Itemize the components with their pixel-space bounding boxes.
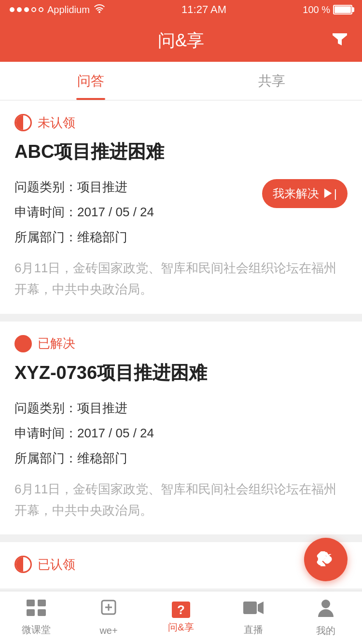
card-2-meta-val-1: 2017 / 05 / 24 (77, 426, 154, 440)
card-2-meta: 问题类别：项目推进 申请时间：2017 / 05 / 24 所属部门：维稳部门 (14, 395, 348, 471)
card-1-title: ABC项目推进困难 (14, 139, 348, 165)
card-1-meta: 问题类别：项目推进 申请时间：2017 / 05 / 24 所属部门：维稳部门 (14, 174, 262, 250)
tab-qa[interactable]: 问答 (0, 62, 181, 100)
card-2-title: XYZ-0736项目推进困难 (14, 360, 348, 386)
svg-rect-0 (27, 600, 35, 606)
card-1-meta-val-1: 2017 / 05 / 24 (77, 205, 154, 219)
card-2-meta-key-0: 问题类别： (14, 401, 77, 415)
card-3-status-icon (14, 556, 32, 573)
card-2-status-icon (14, 335, 32, 352)
battery-icon (333, 5, 352, 14)
carrier-label: Applidium (47, 4, 90, 15)
nav-live[interactable]: 直播 (217, 591, 290, 644)
svg-rect-1 (38, 600, 46, 606)
header-title: 问&享 (158, 29, 204, 53)
card-1-meta-time: 申请时间：2017 / 05 / 24 (14, 199, 262, 224)
tab-qa-label: 问答 (77, 72, 104, 90)
card-2-meta-key-2: 所属部门： (14, 451, 77, 465)
card-2-meta-time: 申请时间：2017 / 05 / 24 (14, 420, 348, 446)
nav-microcourse-label: 微课堂 (22, 623, 51, 636)
filter-button[interactable] (331, 30, 348, 51)
card-1-meta-key-1: 申请时间： (14, 205, 77, 219)
svg-rect-7 (243, 602, 257, 614)
svg-point-9 (321, 600, 330, 608)
card-1-meta-category: 问题类别：项目推进 (14, 174, 262, 199)
status-bar: Applidium 11:27 AM 100 % (0, 0, 362, 19)
content-area: 未认领 ABC项目推进困难 问题类别：项目推进 申请时间：2017 / 05 /… (0, 100, 362, 588)
tab-share[interactable]: 共享 (181, 62, 362, 100)
signal-dot-4 (31, 7, 36, 12)
card-2-meta-val-2: 维稳部门 (77, 451, 127, 465)
card-2-desc: 6月11日，金砖国家政党、智库和民间社会组织论坛在福州开幕，中共中央政治局。 (14, 478, 348, 521)
card-1-action-row: 问题类别：项目推进 申请时间：2017 / 05 / 24 所属部门：维稳部门 … (14, 174, 348, 250)
card-3-status-row: 已认领 (14, 556, 348, 573)
tab-bar: 问答 共享 (0, 62, 362, 100)
card-2-meta-val-0: 项目推进 (77, 401, 127, 415)
mine-icon (318, 599, 334, 621)
signal-dot-5 (39, 7, 43, 12)
card-1-status-row: 未认领 (14, 114, 348, 131)
weplus-icon (99, 600, 118, 622)
card-2-meta-dept: 所属部门：维稳部门 (14, 446, 348, 471)
signal-dot-1 (10, 7, 14, 12)
card-2-status-row: 已解决 (14, 335, 348, 352)
nav-mine-label: 我的 (316, 624, 335, 637)
nav-qa-label: 问&享 (168, 621, 194, 634)
nav-mine[interactable]: 我的 (290, 591, 362, 644)
nav-microcourse[interactable]: 微课堂 (0, 591, 72, 644)
card-2: 已解决 XYZ-0736项目推进困难 问题类别：项目推进 申请时间：2017 /… (0, 322, 362, 535)
microcourse-icon (27, 600, 46, 620)
svg-marker-8 (258, 602, 264, 614)
handshake-icon (315, 546, 337, 573)
svg-rect-2 (27, 609, 35, 616)
card-2-meta-category: 问题类别：项目推进 (14, 395, 348, 420)
tab-share-label: 共享 (258, 72, 285, 90)
card-1-desc: 6月11日，金砖国家政党、智库和民间社会组织论坛在福州开幕，中共中央政治局。 (14, 257, 348, 300)
nav-qa[interactable]: ? 问&享 (145, 591, 217, 644)
card-1: 未认领 ABC项目推进困难 问题类别：项目推进 申请时间：2017 / 05 /… (0, 100, 362, 314)
card-1-meta-dept: 所属部门：维稳部门 (14, 224, 262, 250)
card-3-status-label: 已认领 (38, 556, 75, 573)
card-1-status-icon (14, 114, 32, 131)
card-2-status-label: 已解决 (38, 335, 75, 352)
status-right: 100 % (303, 4, 352, 15)
status-time: 11:27 AM (181, 3, 226, 16)
qa-icon: ? (172, 602, 190, 618)
wifi-icon (94, 3, 105, 16)
battery-percent: 100 % (303, 4, 330, 15)
card-1-meta-val-0: 项目推进 (77, 180, 127, 194)
card-1-meta-val-2: 维稳部门 (77, 230, 127, 244)
nav-weplus[interactable]: we+ (72, 591, 145, 644)
card-1-status-label: 未认领 (38, 114, 75, 131)
bottom-nav: 微课堂 we+ ? 问&享 直播 (0, 591, 362, 644)
app-header: 问&享 (0, 19, 362, 62)
signal-dot-3 (24, 7, 29, 12)
live-icon (243, 600, 264, 620)
signal-dot-2 (17, 7, 22, 12)
solve-button-1[interactable]: 我来解决 ▶| (262, 179, 348, 208)
card-1-meta-key-0: 问题类别： (14, 180, 77, 194)
nav-live-label: 直播 (244, 623, 263, 636)
svg-rect-3 (38, 609, 46, 616)
card-1-meta-key-2: 所属部门： (14, 230, 77, 244)
card-2-meta-key-1: 申请时间： (14, 426, 77, 440)
status-left: Applidium (10, 3, 105, 16)
nav-weplus-label: we+ (99, 625, 117, 636)
fab-button[interactable] (304, 538, 348, 581)
